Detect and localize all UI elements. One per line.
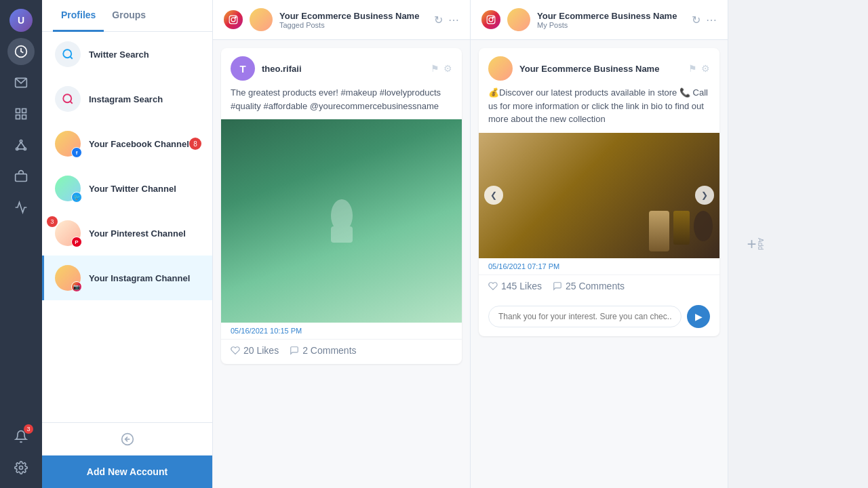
sidebar-item-pinterest-channel[interactable]: P Your Pinterest Channel 3: [42, 211, 212, 256]
column-title-1: Your Ecommerce Business Name Tagged Post…: [279, 11, 427, 29]
post-body-2: 💰Discover our latest products available …: [479, 86, 719, 133]
facebook-badge: f: [71, 147, 82, 158]
post-date-2: 05/16/2021 07:17 PM: [479, 258, 719, 274]
reply-input-2[interactable]: [488, 306, 682, 327]
twitter-search-info: Twitter Search: [89, 49, 201, 60]
comments-count-2: 25 Comments: [566, 281, 625, 291]
facebook-channel-info: Your Facebook Channel: [89, 139, 189, 149]
col-account-name-2: Your Ecommerce Business Name: [537, 11, 685, 21]
svg-point-13: [20, 466, 23, 470]
twitter-search-icon-wrap: [55, 41, 81, 67]
sidebar-home-icon[interactable]: U: [7, 7, 35, 34]
post-date-1: 05/16/2021 10:15 PM: [221, 323, 462, 339]
svg-line-15: [70, 56, 72, 58]
columns-container: Your Ecommerce Business Name Tagged Post…: [213, 0, 868, 488]
instagram-channel-info: Your Instagram Channel: [89, 273, 201, 283]
col-account-avatar-1: [250, 8, 273, 31]
twitter-channel-info: Your Twitter Channel: [89, 184, 201, 194]
svg-rect-4: [16, 115, 20, 119]
column-title-2: Your Ecommerce Business Name My Posts: [537, 11, 685, 29]
collapse-sidebar-button[interactable]: [42, 422, 212, 455]
svg-point-14: [63, 49, 71, 58]
settings-icon-2[interactable]: ⚙: [701, 63, 710, 74]
sidebar-item-twitter-channel[interactable]: 🐦 Your Twitter Channel: [42, 166, 212, 211]
more-icon-2[interactable]: ⋯: [706, 14, 717, 26]
facebook-channel-avatar: f: [55, 131, 81, 157]
more-icon-1[interactable]: ⋯: [448, 14, 459, 26]
svg-rect-2: [16, 109, 20, 113]
post-card-2: Your Ecommerce Business Name ⚑ ⚙ 💰Discov…: [479, 48, 719, 336]
sidebar-item-twitter-search[interactable]: Twitter Search: [42, 32, 212, 77]
instagram-search-info: Instagram Search: [89, 94, 201, 104]
post-likes-1: 20 Likes: [231, 345, 279, 356]
tab-groups[interactable]: Groups: [104, 0, 154, 32]
sidebar-item-facebook-channel[interactable]: f Your Facebook Channel 8: [42, 121, 212, 166]
dark-sidebar: U 3: [0, 0, 42, 488]
carousel-prev-2[interactable]: ❮: [484, 186, 503, 205]
main-content: Your Ecommerce Business Name Tagged Post…: [213, 0, 868, 488]
channel-list: Twitter Search Instagram Search f Your F…: [42, 32, 212, 422]
pinterest-channel-avatar: P: [55, 220, 81, 246]
post-footer-1: 20 Likes 2 Comments: [221, 339, 462, 364]
sidebar-analytics-icon[interactable]: [7, 194, 35, 221]
instagram-search-icon-wrap: [55, 86, 81, 112]
post-avatar-2: [488, 56, 513, 81]
pinterest-channel-label: Your Pinterest Channel: [89, 228, 201, 239]
instagram-channel-label: Your Instagram Channel: [89, 273, 201, 283]
sidebar-engage-icon[interactable]: [7, 131, 35, 159]
sidebar-settings-icon[interactable]: [7, 454, 35, 481]
twitter-channel-avatar: 🐦: [55, 176, 81, 201]
facebook-unread-badge: 8: [189, 138, 201, 150]
my-posts-header: Your Ecommerce Business Name My Posts ↻ …: [471, 0, 728, 40]
col-actions-2: ↻ ⋯: [692, 14, 717, 26]
flag-icon-1[interactable]: ⚑: [431, 63, 439, 74]
sidebar-listen-icon[interactable]: [7, 163, 35, 190]
col-instagram-icon-2: [481, 10, 500, 29]
svg-rect-5: [22, 115, 26, 119]
post-image-2: ❮ ❯: [479, 133, 719, 258]
post-comments-2: 25 Comments: [553, 281, 625, 291]
post-likes-2: 145 Likes: [488, 281, 542, 291]
add-column-button[interactable]: + Add: [728, 0, 783, 488]
instagram-badge: 📷: [71, 281, 82, 292]
svg-point-21: [231, 18, 235, 22]
post-card-actions-2: ⚑ ⚙: [688, 63, 710, 74]
post-username-2: Your Ecommerce Business Name: [519, 64, 682, 74]
settings-icon-1[interactable]: ⚙: [443, 63, 452, 74]
col-actions-1: ↻ ⋯: [434, 14, 459, 26]
sidebar-dashboard-icon[interactable]: [7, 38, 35, 65]
col-sub-label-1: Tagged Posts: [279, 21, 427, 29]
posts-scroll-2: Your Ecommerce Business Name ⚑ ⚙ 💰Discov…: [471, 40, 728, 488]
pinterest-badge: P: [71, 237, 82, 247]
add-account-button[interactable]: Add New Account: [42, 455, 212, 488]
sidebar-publish-icon[interactable]: [7, 100, 35, 127]
tagged-posts-column: Your Ecommerce Business Name Tagged Post…: [213, 0, 471, 488]
instagram-channel-avatar: 📷: [55, 265, 81, 291]
posts-scroll-1: T theo.rifaii ⚑ ⚙ The greatest products …: [213, 40, 470, 488]
svg-point-27: [492, 17, 494, 18]
col-sub-label-2: My Posts: [537, 21, 685, 29]
user-avatar: U: [9, 9, 33, 32]
refresh-icon-1[interactable]: ↻: [434, 14, 443, 26]
col-account-name-1: Your Ecommerce Business Name: [279, 11, 427, 21]
svg-line-9: [17, 142, 21, 148]
post-image-1: [221, 119, 462, 323]
reply-send-button-2[interactable]: ▶: [687, 305, 710, 328]
sidebar-notifications-icon[interactable]: 3: [7, 423, 35, 450]
sidebar-item-instagram-channel[interactable]: 📷 Your Instagram Channel: [42, 256, 212, 300]
tab-header: Profiles Groups: [42, 0, 212, 32]
likes-count-1: 20 Likes: [243, 345, 279, 356]
tab-profiles[interactable]: Profiles: [53, 0, 104, 32]
flag-icon-2[interactable]: ⚑: [688, 63, 697, 74]
sidebar-item-instagram-search[interactable]: Instagram Search: [42, 77, 212, 121]
likes-count-2: 145 Likes: [501, 281, 542, 291]
post-username-1: theo.rifaii: [262, 64, 424, 74]
post-body-1: The greatest products ever! #makeup #lov…: [221, 86, 462, 119]
reply-area-2: ▶: [479, 300, 719, 336]
svg-point-16: [63, 94, 71, 102]
refresh-icon-2[interactable]: ↻: [692, 14, 701, 26]
col-account-avatar-2: [507, 8, 530, 31]
col-instagram-icon: [224, 10, 243, 29]
sidebar-mail-icon[interactable]: [7, 69, 35, 96]
carousel-next-2[interactable]: ❯: [695, 186, 714, 205]
